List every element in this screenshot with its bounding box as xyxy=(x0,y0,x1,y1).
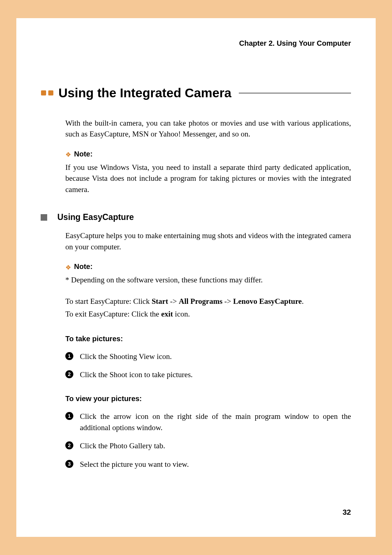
step-row: 2 Click the Photo Gallery tab. xyxy=(65,440,351,451)
title-rule-line xyxy=(239,93,351,94)
body-content: With the built-in camera, you can take p… xyxy=(16,100,376,470)
subsection-title: Using EasyCapture xyxy=(57,212,134,222)
arrow-sep: -> xyxy=(222,297,233,306)
exit-suffix: icon. xyxy=(173,310,190,318)
chapter-header: Chapter 2. Using Your Computer xyxy=(16,18,376,48)
step-row: 2 Click the Shoot icon to take pictures. xyxy=(65,369,351,380)
document-page: Chapter 2. Using Your Computer Using the… xyxy=(16,18,376,537)
step-number-icon: 1 xyxy=(65,352,73,360)
square-bullet-icon xyxy=(41,214,47,221)
step-number-icon: 3 xyxy=(65,460,73,468)
step-text: Click the Shoot icon to take pictures. xyxy=(80,369,351,380)
step-row: 1 Click the Shooting View icon. xyxy=(65,351,351,362)
step-text: Click the Shooting View icon. xyxy=(80,351,351,362)
page-number: 32 xyxy=(343,508,351,517)
exit-prefix: To exit EasyCapture: Click the xyxy=(65,310,161,318)
step-text: Click the Photo Gallery tab. xyxy=(80,440,351,451)
exit-label: exit xyxy=(161,310,173,318)
diamond-icon: ❖ xyxy=(65,151,70,156)
arrow-sep: -> xyxy=(168,297,179,306)
lenovo-easycapture-label: Lenovo EasyCapture xyxy=(233,297,302,306)
start-instruction: To start EasyCapture: Click Start -> All… xyxy=(65,296,351,307)
period: . xyxy=(302,297,303,306)
take-pictures-heading: To take pictures: xyxy=(65,335,351,343)
note-2-text: * Depending on the software version, the… xyxy=(65,274,351,285)
all-programs-label: All Programs xyxy=(179,297,222,306)
step-number-icon: 1 xyxy=(65,412,73,420)
diamond-icon: ❖ xyxy=(65,264,70,269)
view-pictures-heading: To view your pictures: xyxy=(65,395,351,403)
step-text: Select the picture you want to view. xyxy=(80,459,351,470)
section-title-row: Using the Integrated Camera xyxy=(16,48,376,100)
note-1-label: Note: xyxy=(74,150,93,158)
note-1-header: ❖ Note: xyxy=(65,150,351,158)
note-1-text: If you use Windows Vista, you need to in… xyxy=(65,162,351,195)
start-prefix: To start EasyCapture: Click xyxy=(65,297,152,306)
step-number-icon: 2 xyxy=(65,441,73,449)
note-2-label: Note: xyxy=(74,262,93,271)
step-row: 3 Select the picture you want to view. xyxy=(65,459,351,470)
subsection-intro: EasyCapture helps you to make entertaini… xyxy=(65,230,351,252)
exit-instruction: To exit EasyCapture: Click the exit icon… xyxy=(65,309,351,320)
note-2-header: ❖ Note: xyxy=(65,262,351,271)
section-title: Using the Integrated Camera xyxy=(58,86,232,100)
step-number-icon: 2 xyxy=(65,370,73,378)
step-text: Click the arrow icon on the right side o… xyxy=(80,411,351,433)
start-menu-label: Start xyxy=(152,297,168,306)
section-bullet-icon xyxy=(41,90,53,95)
intro-paragraph: With the built-in camera, you can take p… xyxy=(65,118,351,140)
subsection-header: Using EasyCapture xyxy=(41,212,351,222)
step-row: 1 Click the arrow icon on the right side… xyxy=(65,411,351,433)
